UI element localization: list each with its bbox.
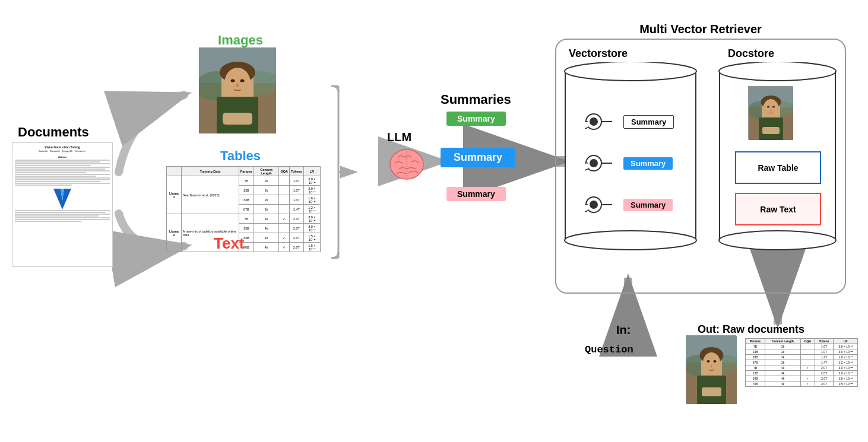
svg-point-54 [703,352,721,375]
raw-table-label: Raw Table [758,163,798,173]
svg-point-14 [231,80,235,82]
ds-raw-table: Raw Table [735,151,821,184]
mona-lisa-image [199,47,276,133]
doc-paper-authors: Haotian Liu¹ · Chunyuan Li² · Qingyang W… [15,150,110,152]
vs-item-3: Summary [585,193,673,217]
question-box: Question [585,344,633,355]
svg-point-43 [767,106,769,108]
mvr-title: Multi Vector Retriever [558,23,843,36]
summary-blue-badge: Summary [441,148,515,167]
svg-point-25 [590,117,598,126]
vs-item-1: Summary [585,110,674,133]
vs-badge-pink: Summary [623,199,673,211]
svg-rect-59 [702,387,721,396]
summaries-label: Summaries [441,92,511,107]
svg-point-56 [714,360,717,362]
svg-point-28 [590,159,598,167]
svg-point-44 [772,106,775,108]
images-label: Images [205,33,276,48]
svg-point-34 [719,231,836,250]
svg-point-42 [764,99,779,118]
svg-point-22 [565,231,696,250]
svg-point-35 [719,62,836,81]
svg-rect-47 [762,127,780,134]
vs-item-2: Summary [585,151,673,175]
brain-icon [386,145,427,181]
bottom-output-table: Params Context Length GQA Tokens LR 7B2k… [745,338,858,387]
bottom-mona-lisa [686,335,736,403]
diagram-container: Documents Visual Instruction Tuning Haot… [0,0,868,442]
llm-label: LLM [387,131,411,144]
in-label: In: [616,323,631,337]
svg-point-23 [565,62,696,81]
docstore-mona-lisa [748,86,793,139]
raw-text-label: Raw Text [760,205,796,214]
svg-point-45 [770,109,771,112]
summary-green-badge: Summary [446,112,506,126]
document-paper: Visual Instruction Tuning Haotian Liu¹ ·… [12,142,113,267]
doc-paper-title: Visual Instruction Tuning [15,145,110,149]
vs-badge-blue: Summary [623,157,673,170]
svg-point-16 [236,84,239,87]
tables-label: Tables [205,148,276,164]
doc-abstract-header: Abstract [15,156,110,158]
svg-point-57 [711,365,712,367]
svg-point-13 [224,68,251,98]
out-label: Out: Raw documents [698,323,804,336]
ds-raw-text: Raw Text [735,193,821,225]
vectorstore-label: Vectorstore [569,47,628,60]
text-label: Text [214,234,245,253]
summary-pink-badge: Summary [446,187,506,201]
docstore-label: Docstore [728,47,774,60]
vs-badge-white: Summary [623,115,674,129]
documents-label: Documents [18,125,89,140]
svg-point-15 [240,80,245,82]
svg-point-55 [707,360,710,362]
svg-rect-18 [223,113,252,125]
svg-point-31 [590,201,598,209]
question-text: Question [585,344,633,355]
